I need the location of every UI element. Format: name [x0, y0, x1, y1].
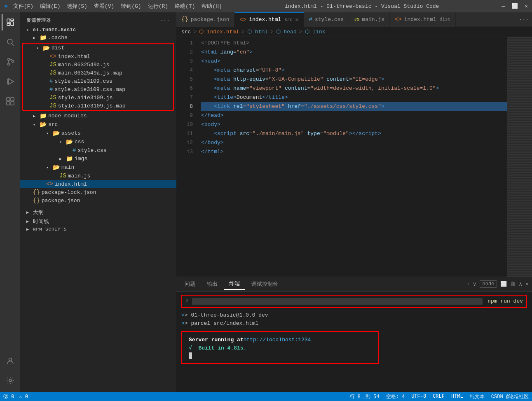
svg-point-7 [8, 63, 10, 65]
term-layout-btn[interactable]: ⬜ [500, 281, 507, 287]
tabs-more[interactable]: ··· [516, 16, 532, 23]
terminal-content[interactable]: P npm run dev > > 01-three-basic@1.0.0 d… [176, 291, 532, 392]
activity-settings[interactable] [2, 372, 18, 389]
sidebar-more[interactable]: ··· [161, 18, 170, 23]
tree-label-main-0632: main.0632549a.js [58, 62, 110, 68]
folder-icon-assets: 📂 [53, 130, 60, 137]
svg-rect-13 [11, 102, 14, 105]
svg-rect-12 [7, 102, 10, 105]
activity-extensions[interactable] [2, 93, 18, 110]
css-icon-a11e: # [49, 78, 53, 84]
tree-item-cache[interactable]: ▶ 📁 .cache [20, 33, 176, 42]
tree-label-assets: assets [61, 130, 81, 136]
tab-package-json[interactable]: {} package.json [176, 12, 234, 27]
tree-arrow-imgs: ▶ [59, 156, 66, 161]
editor-code[interactable]: <!DOCTYPE html> <html lang = "en" > <hea… [196, 37, 507, 277]
bc-html[interactable]: ⬡ html [247, 28, 268, 35]
timeline-section[interactable]: ▶ 时间线 [20, 217, 176, 226]
tree-arrow-src: ▾ [33, 122, 40, 127]
js-icon-a11e-map: JS [49, 103, 56, 109]
tree-item-index-html-s[interactable]: <> index.html [20, 180, 176, 188]
tab-index-html-src[interactable]: <> index.html src ✕ [234, 12, 304, 27]
minimize-btn[interactable]: — [502, 3, 505, 9]
term-tab-problems[interactable]: 问题 [180, 279, 200, 289]
maximize-btn[interactable]: ⬜ [511, 3, 518, 9]
tree-item-node-modules[interactable]: ▶ 📁 node_modules [20, 112, 176, 120]
line-10: 10 [176, 120, 193, 129]
tab-label-index-html: index.html [249, 16, 281, 23]
window-controls[interactable]: — ⬜ ✕ [502, 3, 528, 9]
tree-item-src[interactable]: ▾ 📂 src [20, 120, 176, 129]
tab-label-index-html-dist: index.html [404, 16, 436, 23]
tree-item-style-a11e-js-map[interactable]: JS style.a11e3109.js.map [23, 102, 173, 110]
term-line-1: > > 01-three-basic@1.0.0 dev [181, 311, 527, 319]
term-tab-terminal[interactable]: 终端 [224, 278, 245, 290]
title-bar-left: ⎈ 文件(F)编辑(E)选择(S)查看(V)转到(G)运行(R)终端(T)帮助(… [4, 2, 222, 10]
outline-arrow: ▶ [26, 210, 33, 215]
term-up-btn[interactable]: ∧ [519, 281, 522, 287]
tree-item-main-js-f[interactable]: JS main.js [20, 172, 176, 180]
tree-label-cache: .cache [48, 35, 68, 41]
status-lang: HTML [451, 394, 463, 399]
tree-item-style-css-f[interactable]: # style.css [20, 146, 176, 154]
main-layout: 资源管理器 ··· ▾ 01-THREE-BASIC ▶ 📁 .cache ▾ [0, 12, 532, 392]
tab-style-css[interactable]: # style.css [304, 12, 349, 27]
tab-main-js[interactable]: JS main.js [349, 12, 390, 27]
tree-label-style-a11e-js: style.a11e3109.js [58, 95, 113, 101]
tree-label-pkg-lock: package-lock.json [42, 189, 96, 196]
tree-item-pkg-lock[interactable]: {} package-lock.json [20, 188, 176, 196]
bc-index-html[interactable]: ⬡ index.html [199, 28, 239, 35]
term-close-btn[interactable]: ✕ [525, 281, 529, 287]
index-html-src-icon: <> [239, 16, 246, 23]
term-trash-btn[interactable]: 🗑 [510, 281, 516, 287]
term-split-btn[interactable]: ∨ [473, 281, 476, 287]
activity-search[interactable] [2, 34, 18, 50]
activity-run[interactable] [2, 73, 18, 90]
bc-link[interactable]: ⬡ link [305, 28, 326, 35]
close-btn[interactable]: ✕ [525, 3, 528, 9]
tree-label-index-html-d: index.html [58, 54, 90, 60]
activity-explorer[interactable] [2, 14, 18, 30]
term-tab-output[interactable]: 输出 [202, 279, 223, 289]
tree-item-style-a11e-css[interactable]: # style.a11e3109.css [23, 77, 173, 85]
output-label: 输出 [207, 281, 218, 287]
tree-item-assets[interactable]: ▾ 📂 assets [20, 129, 176, 138]
bc-head[interactable]: ⬡ head [276, 28, 297, 35]
tree-root[interactable]: ▾ 01-THREE-BASIC [20, 27, 176, 33]
activity-bar-bottom [2, 352, 18, 392]
tree-item-imgs[interactable]: ▶ 📁 imgs [20, 154, 176, 163]
status-line-col: 行 8，列 54 [350, 393, 380, 400]
activity-account[interactable] [2, 352, 18, 369]
editor-container[interactable]: 1 2 3 4 5 6 7 8 9 10 11 12 13 [176, 37, 532, 277]
term-tab-debug[interactable]: 调试控制台 [246, 279, 283, 289]
tree-item-index-html-d[interactable]: <> index.html [23, 52, 173, 61]
tree-item-style-a11e-js[interactable]: JS style.a11e3109.js [23, 93, 173, 102]
bc-src[interactable]: src [181, 29, 191, 35]
term-node-label[interactable]: node [480, 280, 497, 288]
tree-item-main-0632-js[interactable]: JS main.0632549a.js [23, 61, 173, 69]
tree-item-pkg-json[interactable]: {} package.json [20, 196, 176, 205]
outline-label: 大纲 [33, 209, 44, 216]
tree-arrow-assets: ▾ [46, 131, 53, 136]
svg-line-5 [12, 44, 14, 46]
terminal-tabs-bar: 问题 输出 终端 调试控制台 + ∨ node ⬜ [176, 277, 532, 291]
tree-root-label: 01-THREE-BASIC [33, 28, 76, 33]
status-spaces: 空格: 4 [386, 393, 405, 400]
server-running-box: Server running at http://localhost:1234 … [181, 331, 379, 364]
tree-item-main-0632-map[interactable]: JS main.0632549a.js.map [23, 69, 173, 77]
tree-item-css[interactable]: ▾ 📂 css [20, 138, 176, 146]
menu-bar[interactable]: 文件(F)编辑(E)选择(S)查看(V)转到(G)运行(R)终端(T)帮助(H) [13, 2, 222, 10]
tree-item-style-a11e-css-map[interactable]: # style.a11e3109.css.map [23, 85, 173, 93]
term-add-btn[interactable]: + [466, 281, 470, 287]
tree-label-css: css [75, 139, 84, 145]
npm-label: NPM SCRIPTS [33, 227, 67, 232]
activity-source-control[interactable] [2, 54, 18, 70]
outline-section[interactable]: ▶ 大纲 [20, 208, 176, 217]
tab-index-html-dist[interactable]: <> index.html dist [390, 12, 456, 27]
tab-close-index[interactable]: ✕ [295, 16, 298, 23]
tree-item-main-folder[interactable]: ▾ 📂 main [20, 163, 176, 172]
js-icon-a11e: JS [49, 94, 56, 101]
tree-label-style-css-f: style.css [77, 147, 106, 154]
npm-scripts-section[interactable]: ▶ NPM SCRIPTS [20, 226, 176, 233]
tree-item-dist[interactable]: ▾ 📂 dist [23, 44, 173, 52]
